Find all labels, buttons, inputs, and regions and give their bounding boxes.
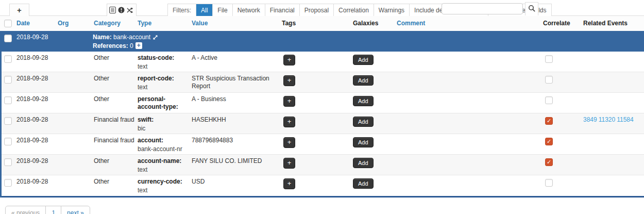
attr-value: USD <box>192 178 205 185</box>
header-type[interactable]: Type <box>138 20 151 27</box>
attr-date: 2018-09-28 <box>16 54 48 61</box>
attr-type: status-code: <box>138 54 189 62</box>
shuffle-icon[interactable] <box>127 7 134 13</box>
correlate-checkbox[interactable] <box>545 179 553 187</box>
add-reference-icon[interactable] <box>135 42 142 49</box>
filter-tab-financial[interactable]: Financial <box>265 4 299 16</box>
attr-type: personal-account-type: <box>138 95 189 111</box>
table-header-row: Date Org Category Type Value Tags Galaxi… <box>0 16 644 31</box>
related-event-link[interactable]: 3849 <box>583 116 597 123</box>
attr-category: Other <box>94 75 109 82</box>
correlate-checkbox[interactable] <box>545 55 553 63</box>
pagination-page-1[interactable]: 1 <box>45 206 61 214</box>
pagination-next[interactable]: next » <box>61 206 90 214</box>
attr-value: STR Suspicious Transaction Report <box>192 75 269 90</box>
header-org[interactable]: Org <box>58 20 69 27</box>
add-galaxy-button[interactable]: Add <box>353 158 374 168</box>
filter-tab-network[interactable]: Network <box>232 4 265 16</box>
attr-value: A - Business <box>192 95 226 103</box>
filter-tab-file[interactable]: File <box>212 4 232 16</box>
attr-subtype: bic <box>138 125 189 133</box>
table-row: 2018-09-28 Financial fraud account:bank-… <box>0 134 644 155</box>
attr-type: account-name: <box>138 157 189 165</box>
correlate-checkbox[interactable] <box>545 158 553 166</box>
attr-date: 2018-09-28 <box>16 95 48 103</box>
header-date[interactable]: Date <box>16 20 30 27</box>
add-tag-button[interactable]: + <box>283 158 295 169</box>
table-row: 2018-09-28 Other personal-account-type:t… <box>0 93 644 113</box>
search-button[interactable] <box>525 2 538 15</box>
header-comment[interactable]: Comment <box>397 20 425 27</box>
add-tag-button[interactable]: + <box>283 137 295 148</box>
search-group <box>442 2 538 15</box>
table-row: 2018-09-28 Other report-code:text STR Su… <box>0 72 644 93</box>
add-tag-button[interactable]: + <box>283 178 295 189</box>
attr-subtype: bank-account-nr <box>138 145 189 153</box>
add-tag-button[interactable]: + <box>283 117 295 127</box>
attr-category: Financial fraud <box>94 137 134 144</box>
add-tag-button[interactable]: + <box>283 96 295 107</box>
object-row-bank-account: 2018-09-28 Name: bank-account References… <box>0 31 644 52</box>
header-galaxies: Galaxies <box>353 20 378 27</box>
exclamation-circle-icon[interactable] <box>118 7 125 13</box>
table-row: 2018-09-28 Financial fraud swift:bic HAS… <box>0 113 644 134</box>
attribute-rows: 2018-09-28 Other status-code:text A - Ac… <box>0 52 644 196</box>
filter-tab-correlation[interactable]: Correlation <box>333 4 374 16</box>
correlate-checkbox[interactable] <box>545 138 553 145</box>
correlate-checkbox[interactable] <box>545 96 553 104</box>
related-event-link[interactable]: 11584 <box>617 116 633 123</box>
add-galaxy-button[interactable]: Add <box>353 96 374 106</box>
table-row: 2018-09-28 Other account-name:text FANY … <box>0 155 644 175</box>
row-checkbox[interactable] <box>4 138 12 145</box>
attr-date: 2018-09-28 <box>16 157 48 164</box>
add-galaxy-button[interactable]: Add <box>353 137 374 147</box>
filter-tab-warnings[interactable]: Warnings <box>374 4 409 16</box>
object-name: bank-account <box>113 34 150 41</box>
attr-category: Financial fraud <box>94 116 134 123</box>
header-correlate: Correlate <box>543 20 570 27</box>
correlate-checkbox[interactable] <box>545 117 553 125</box>
object-references-count: 0 <box>130 42 133 50</box>
row-checkbox[interactable] <box>4 179 12 187</box>
attr-value: A - Active <box>192 54 217 61</box>
add-galaxy-button[interactable]: Add <box>353 55 374 65</box>
attr-value: HASEHKHH <box>192 116 226 123</box>
attr-type: account: <box>138 137 189 144</box>
header-value[interactable]: Value <box>192 20 208 27</box>
search-input[interactable] <box>442 3 523 14</box>
add-galaxy-button[interactable]: Add <box>353 75 374 86</box>
filters-label: Filters: <box>168 4 196 16</box>
filter-tab-proposal[interactable]: Proposal <box>299 4 333 16</box>
attr-date: 2018-09-28 <box>16 178 48 185</box>
row-checkbox[interactable] <box>4 117 12 125</box>
row-checkbox[interactable] <box>4 96 12 104</box>
correlate-checkbox[interactable] <box>545 76 553 84</box>
header-tags: Tags <box>282 20 296 27</box>
attr-type: swift: <box>138 116 189 124</box>
attr-type: currency-code: <box>138 178 189 186</box>
object-group-left-border <box>0 52 2 197</box>
expand-object-icon[interactable] <box>152 35 158 42</box>
attr-category: Other <box>94 54 109 61</box>
toolbar: + Filters: All File Network Financial Pr… <box>0 0 644 16</box>
add-galaxy-button[interactable]: Add <box>353 178 374 189</box>
list-icon[interactable] <box>109 7 116 13</box>
select-all-checkbox[interactable] <box>4 20 12 27</box>
object-row-checkbox[interactable] <box>4 35 12 42</box>
object-group-bottom-border <box>0 196 644 197</box>
attr-value: FANY SILU CO. LIMITED <box>192 157 262 164</box>
related-event-link[interactable]: 11320 <box>599 116 615 123</box>
add-galaxy-button[interactable]: Add <box>353 117 374 127</box>
row-checkbox[interactable] <box>4 55 12 63</box>
add-tag-button[interactable]: + <box>283 75 295 86</box>
add-attribute-button[interactable]: + <box>9 4 29 16</box>
header-category[interactable]: Category <box>94 20 121 27</box>
row-checkbox[interactable] <box>4 158 12 166</box>
pagination-previous[interactable]: « previous <box>6 206 45 214</box>
header-related-events: Related Events <box>583 20 628 27</box>
row-checkbox[interactable] <box>4 76 12 84</box>
attr-subtype: text <box>138 166 189 174</box>
filter-tab-all[interactable]: All <box>196 4 212 16</box>
add-tag-button[interactable]: + <box>283 55 295 65</box>
object-date: 2018-09-28 <box>16 34 48 41</box>
